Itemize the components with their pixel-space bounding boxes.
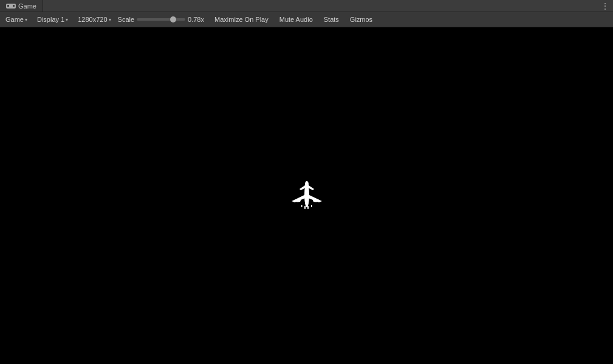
scale-slider[interactable] [137, 18, 185, 21]
scale-label: Scale [118, 16, 135, 23]
game-tab[interactable]: Game [0, 0, 43, 12]
stats-label: Stats [324, 16, 339, 23]
display-dropdown-arrow-icon: ▾ [66, 17, 68, 22]
display-dropdown-label: Display 1 [37, 16, 64, 23]
airplane-container [289, 178, 325, 213]
svg-rect-10 [311, 205, 312, 207]
game-icon [6, 2, 16, 10]
game-toolbar: Game ▾ Display 1 ▾ 1280x720 ▾ Scale 0.78… [0, 12, 613, 27]
airplane-icon [289, 178, 325, 211]
resolution-dropdown-button[interactable]: 1280x720 ▾ [75, 13, 114, 26]
svg-rect-2 [13, 5, 15, 7]
svg-rect-9 [301, 205, 303, 207]
resolution-dropdown-arrow-icon: ▾ [109, 17, 111, 22]
game-dropdown-label: Game [5, 16, 24, 23]
mute-audio-button[interactable]: Mute Audio [276, 13, 317, 26]
unity-game-window: Game ⋮ Game ▾ Display 1 ▾ 1280x720 ▾ Sca… [0, 0, 613, 364]
stats-button[interactable]: Stats [320, 13, 343, 26]
tab-bar: Game ⋮ [0, 0, 613, 12]
svg-point-4 [295, 199, 301, 202]
svg-rect-8 [307, 206, 309, 209]
maximize-on-play-button[interactable]: Maximize On Play [211, 13, 272, 26]
gizmos-button[interactable]: Gizmos [346, 13, 376, 26]
scale-section: Scale 0.78x [118, 16, 208, 23]
maximize-on-play-label: Maximize On Play [214, 16, 269, 23]
svg-point-5 [313, 199, 319, 202]
mute-audio-label: Mute Audio [279, 16, 313, 23]
scale-value: 0.78x [188, 16, 207, 23]
resolution-dropdown-label: 1280x720 [78, 16, 107, 23]
game-dropdown-arrow-icon: ▾ [25, 17, 27, 22]
svg-rect-1 [7, 5, 9, 7]
game-viewport [0, 27, 613, 364]
display-dropdown-button[interactable]: Display 1 ▾ [34, 13, 71, 26]
game-tab-label: Game [18, 2, 36, 10]
tab-more-button[interactable]: ⋮ [597, 1, 613, 11]
gizmos-label: Gizmos [350, 16, 372, 23]
game-dropdown-button[interactable]: Game ▾ [2, 13, 30, 26]
svg-rect-7 [304, 206, 306, 209]
